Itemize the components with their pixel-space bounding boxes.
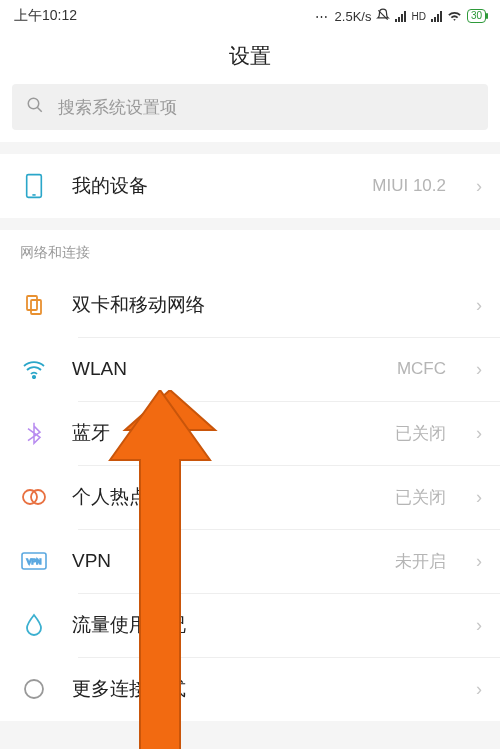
signal-icon	[395, 10, 406, 22]
row-label: WLAN	[72, 358, 373, 380]
row-label: 双卡和移动网络	[72, 292, 452, 318]
row-label: 蓝牙	[72, 420, 371, 446]
row-more-connections[interactable]: 更多连接方式 ›	[0, 657, 500, 721]
svg-point-7	[23, 490, 37, 504]
net-speed: 2.5K/s	[335, 9, 372, 24]
svg-point-11	[25, 680, 43, 698]
more-icon: ⋯	[315, 9, 330, 24]
row-value: 未开启	[395, 550, 446, 573]
search-input[interactable]: 搜索系统设置项	[12, 84, 488, 130]
sim-icon	[20, 291, 48, 319]
row-wlan[interactable]: WLAN MCFC ›	[0, 337, 500, 401]
status-bar: 上午10:12 ⋯ 2.5K/s HD 30	[0, 0, 500, 32]
hotspot-icon	[20, 483, 48, 511]
device-icon	[20, 172, 48, 200]
search-placeholder: 搜索系统设置项	[58, 96, 177, 119]
svg-text:VPN: VPN	[27, 558, 41, 565]
chevron-right-icon: ›	[476, 679, 482, 700]
row-hotspot[interactable]: 个人热点 已关闭 ›	[0, 465, 500, 529]
row-label: VPN	[72, 550, 371, 572]
row-label: 我的设备	[72, 173, 348, 199]
svg-rect-2	[27, 175, 42, 198]
vpn-icon: VPN	[20, 547, 48, 575]
row-value: MIUI 10.2	[372, 176, 446, 196]
chevron-right-icon: ›	[476, 176, 482, 197]
svg-rect-4	[27, 296, 37, 310]
signal-icon-2	[431, 10, 442, 22]
svg-rect-5	[31, 300, 41, 314]
row-value: 已关闭	[395, 486, 446, 509]
chevron-right-icon: ›	[476, 615, 482, 636]
bluetooth-icon	[20, 419, 48, 447]
section-network: 网络和连接	[0, 230, 500, 273]
row-label: 更多连接方式	[72, 676, 452, 702]
wifi-icon	[20, 355, 48, 383]
search-wrap: 搜索系统设置项	[0, 84, 500, 142]
chevron-right-icon: ›	[476, 423, 482, 444]
water-drop-icon	[20, 611, 48, 639]
page-title: 设置	[0, 32, 500, 84]
chevron-right-icon: ›	[476, 295, 482, 316]
svg-point-6	[33, 376, 35, 378]
more-connections-icon	[20, 675, 48, 703]
row-label: 流量使用情况	[72, 612, 452, 638]
battery-indicator: 30	[467, 9, 486, 23]
svg-point-0	[28, 98, 39, 109]
row-sim[interactable]: 双卡和移动网络 ›	[0, 273, 500, 337]
row-value: 已关闭	[395, 422, 446, 445]
chevron-right-icon: ›	[476, 359, 482, 380]
status-right: ⋯ 2.5K/s HD 30	[315, 8, 486, 25]
chevron-right-icon: ›	[476, 551, 482, 572]
chevron-right-icon: ›	[476, 487, 482, 508]
row-label: 个人热点	[72, 484, 371, 510]
row-my-device[interactable]: 我的设备 MIUI 10.2 ›	[0, 154, 500, 218]
svg-line-1	[37, 107, 42, 112]
wifi-icon	[447, 8, 462, 24]
dnd-icon	[376, 8, 390, 25]
svg-point-8	[31, 490, 45, 504]
row-bluetooth[interactable]: 蓝牙 已关闭 ›	[0, 401, 500, 465]
status-time: 上午10:12	[14, 7, 77, 25]
hd-indicator: HD	[411, 11, 425, 22]
row-traffic[interactable]: 流量使用情况 ›	[0, 593, 500, 657]
row-vpn[interactable]: VPN VPN 未开启 ›	[0, 529, 500, 593]
row-value: MCFC	[397, 359, 446, 379]
search-icon	[26, 96, 44, 118]
